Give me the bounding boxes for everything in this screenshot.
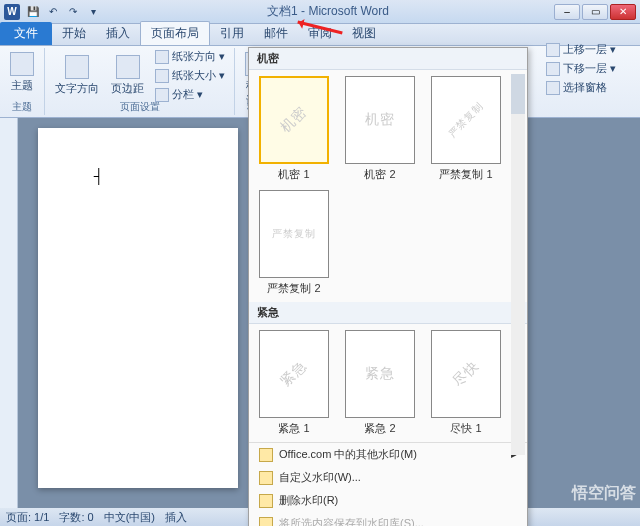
thumb: 紧急: [259, 330, 329, 418]
maximize-button[interactable]: ▭: [582, 4, 608, 20]
caption: 机密 1: [278, 167, 309, 182]
arrange-panel: 上移一层 ▾ 下移一层 ▾ 选择窗格: [544, 40, 636, 97]
window-controls: – ▭ ✕: [554, 4, 636, 20]
margins-label: 页边距: [111, 81, 144, 96]
minimize-button[interactable]: –: [554, 4, 580, 20]
theme-button[interactable]: 主题: [6, 50, 38, 95]
quick-access-toolbar: 💾 ↶ ↷ ▾: [24, 3, 102, 21]
paper-size-icon: [155, 69, 169, 83]
watermark-remove-icon: [259, 494, 273, 508]
save-icon[interactable]: 💾: [24, 3, 42, 21]
thumb: 严禁复制: [431, 76, 501, 164]
titlebar: W 💾 ↶ ↷ ▾ 文档1 - Microsoft Word – ▭ ✕: [0, 0, 640, 24]
theme-label: 主题: [11, 78, 33, 93]
thumb: 机密: [259, 76, 329, 164]
tab-file[interactable]: 文件: [0, 22, 52, 45]
margins-button[interactable]: 页边距: [107, 53, 148, 98]
send-backward-icon: [546, 62, 560, 76]
thumb: 机密: [345, 76, 415, 164]
save-selection-icon: [259, 517, 273, 527]
orientation-label: 文字方向: [55, 81, 99, 96]
group-theme-label: 主题: [0, 100, 44, 114]
group-page-setup-label: 页面设置: [45, 100, 234, 114]
more-watermarks-online[interactable]: Office.com 中的其他水印(M)▸: [249, 443, 527, 466]
paper-orientation-icon: [155, 50, 169, 64]
tab-mailings[interactable]: 邮件: [254, 22, 298, 45]
thumb: 尽快: [431, 330, 501, 418]
confidential-grid: 机密 机密 1 机密 机密 2 严禁复制 严禁复制 1 严禁复制 严禁复制 2: [249, 70, 527, 302]
text-cursor: ┤: [94, 168, 104, 184]
section-confidential: 机密: [249, 48, 527, 70]
remove-watermark[interactable]: 删除水印(R): [249, 489, 527, 512]
selection-pane-icon: [546, 81, 560, 95]
tab-references[interactable]: 引用: [210, 22, 254, 45]
caption: 尽快 1: [450, 421, 481, 436]
source-watermark: 悟空问答: [572, 483, 636, 504]
scrollbar-thumb[interactable]: [511, 74, 525, 114]
status-language[interactable]: 中文(中国): [104, 510, 155, 525]
vertical-ruler[interactable]: [0, 118, 18, 508]
window-title: 文档1 - Microsoft Word: [102, 3, 554, 20]
redo-icon[interactable]: ↷: [64, 3, 82, 21]
gallery-scrollbar[interactable]: [511, 74, 525, 455]
selection-pane-button[interactable]: 选择窗格: [544, 78, 636, 97]
save-to-gallery[interactable]: 将所选内容保存到水印库(S)...: [249, 512, 527, 526]
page[interactable]: ┤: [38, 128, 238, 488]
tab-insert[interactable]: 插入: [96, 22, 140, 45]
watermark-option-urgent-1[interactable]: 紧急 紧急 1: [255, 330, 333, 436]
margins-icon: [116, 55, 140, 79]
watermark-gallery: 机密 机密 机密 1 机密 机密 2 严禁复制 严禁复制 1 严禁复制 严禁复制…: [248, 47, 528, 526]
caption: 严禁复制 2: [267, 281, 320, 296]
tab-page-layout[interactable]: 页面布局: [140, 21, 210, 45]
send-backward-button[interactable]: 下移一层 ▾: [544, 59, 636, 78]
paper-orientation-button[interactable]: 纸张方向 ▾: [152, 48, 228, 65]
group-theme: 主题 主题: [0, 48, 45, 115]
watermark-option-nocopy-2[interactable]: 严禁复制 严禁复制 2: [255, 190, 333, 296]
tab-home[interactable]: 开始: [52, 22, 96, 45]
bring-forward-button[interactable]: 上移一层 ▾: [544, 40, 636, 59]
orientation-icon: [65, 55, 89, 79]
thumb: 紧急: [345, 330, 415, 418]
caption: 紧急 1: [278, 421, 309, 436]
paper-size-button[interactable]: 纸张大小 ▾: [152, 67, 228, 84]
status-insert-mode[interactable]: 插入: [165, 510, 187, 525]
urgent-grid: 紧急 紧急 1 紧急 紧急 2 尽快 尽快 1: [249, 324, 527, 442]
watermark-option-urgent-2[interactable]: 紧急 紧急 2: [341, 330, 419, 436]
watermark-option-confidential-2[interactable]: 机密 机密 2: [341, 76, 419, 182]
bring-forward-icon: [546, 43, 560, 57]
page-setup-small: 纸张方向 ▾ 纸张大小 ▾ 分栏 ▾: [152, 48, 228, 103]
close-button[interactable]: ✕: [610, 4, 636, 20]
watermark-option-asap-1[interactable]: 尽快 尽快 1: [427, 330, 505, 436]
watermark-option-nocopy-1[interactable]: 严禁复制 严禁复制 1: [427, 76, 505, 182]
caption: 紧急 2: [364, 421, 395, 436]
tab-view[interactable]: 视图: [342, 22, 386, 45]
qat-dropdown-icon[interactable]: ▾: [84, 3, 102, 21]
theme-icon: [10, 52, 34, 76]
status-words[interactable]: 字数: 0: [59, 510, 93, 525]
group-page-setup: 文字方向 页边距 纸张方向 ▾ 纸张大小 ▾ 分栏 ▾ 页面设置: [45, 48, 235, 115]
custom-watermark[interactable]: 自定义水印(W)...: [249, 466, 527, 489]
watermark-option-confidential-1[interactable]: 机密 机密 1: [255, 76, 333, 182]
thumb: 严禁复制: [259, 190, 329, 278]
status-page[interactable]: 页面: 1/1: [6, 510, 49, 525]
caption: 机密 2: [364, 167, 395, 182]
office-icon: [259, 448, 273, 462]
word-app-icon: W: [4, 4, 20, 20]
section-urgent: 紧急: [249, 302, 527, 324]
undo-icon[interactable]: ↶: [44, 3, 62, 21]
caption: 严禁复制 1: [439, 167, 492, 182]
orientation-button[interactable]: 文字方向: [51, 53, 103, 98]
watermark-custom-icon: [259, 471, 273, 485]
